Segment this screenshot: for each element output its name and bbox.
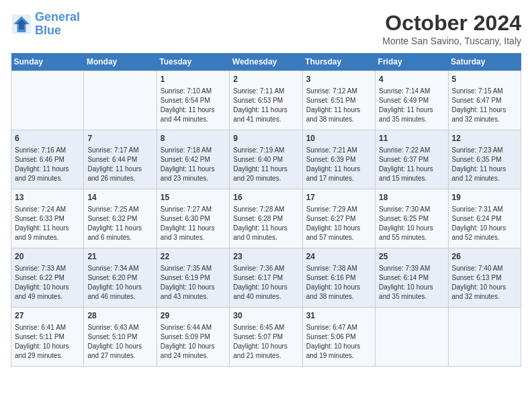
day-number: 22 xyxy=(161,251,226,263)
day-info: Sunrise: 7:15 AMSunset: 6:47 PMDaylight:… xyxy=(452,87,517,124)
day-number: 15 xyxy=(161,192,226,203)
day-number: 11 xyxy=(379,133,444,144)
day-number: 4 xyxy=(379,74,444,85)
day-number: 31 xyxy=(306,310,371,322)
day-info: Sunrise: 7:38 AMSunset: 6:16 PMDaylight:… xyxy=(306,264,371,302)
day-number: 20 xyxy=(15,251,80,263)
calendar-cell: 24Sunrise: 7:38 AMSunset: 6:16 PMDayligh… xyxy=(302,248,375,308)
day-number: 28 xyxy=(87,310,152,322)
day-number: 12 xyxy=(452,133,517,144)
calendar-cell: 22Sunrise: 7:35 AMSunset: 6:19 PMDayligh… xyxy=(157,248,229,308)
day-info: Sunrise: 7:36 AMSunset: 6:17 PMDaylight:… xyxy=(233,264,298,302)
calendar-week-2: 6Sunrise: 7:16 AMSunset: 6:46 PMDaylight… xyxy=(11,130,521,189)
header-wednesday: Wednesday xyxy=(230,53,302,71)
calendar-week-4: 20Sunrise: 7:33 AMSunset: 6:22 PMDayligh… xyxy=(11,248,521,308)
calendar-cell xyxy=(375,308,448,367)
day-number: 9 xyxy=(233,133,298,144)
day-number: 1 xyxy=(161,74,226,85)
day-info: Sunrise: 7:33 AMSunset: 6:22 PMDaylight:… xyxy=(15,264,80,302)
calendar-cell: 26Sunrise: 7:40 AMSunset: 6:13 PMDayligh… xyxy=(448,248,521,308)
day-number: 18 xyxy=(379,192,444,203)
logo-line2: Blue xyxy=(35,24,61,37)
day-info: Sunrise: 7:31 AMSunset: 6:24 PMDaylight:… xyxy=(452,205,517,242)
day-info: Sunrise: 6:41 AMSunset: 5:11 PMDaylight:… xyxy=(15,323,80,361)
day-number: 16 xyxy=(233,192,298,203)
day-info: Sunrise: 7:35 AMSunset: 6:19 PMDaylight:… xyxy=(161,264,226,302)
day-number: 23 xyxy=(233,251,298,263)
calendar-cell: 15Sunrise: 7:27 AMSunset: 6:30 PMDayligh… xyxy=(157,189,229,248)
calendar-header: Sunday Monday Tuesday Wednesday Thursday… xyxy=(11,53,521,71)
day-number: 14 xyxy=(87,192,152,203)
header-friday: Friday xyxy=(375,53,448,71)
day-info: Sunrise: 7:19 AMSunset: 6:40 PMDaylight:… xyxy=(233,146,298,183)
day-info: Sunrise: 7:11 AMSunset: 6:53 PMDaylight:… xyxy=(233,87,298,124)
day-number: 6 xyxy=(15,133,80,144)
day-number: 27 xyxy=(15,310,80,322)
calendar-cell: 18Sunrise: 7:30 AMSunset: 6:25 PMDayligh… xyxy=(375,189,448,248)
day-info: Sunrise: 7:23 AMSunset: 6:35 PMDaylight:… xyxy=(452,146,517,183)
day-number: 8 xyxy=(161,133,226,144)
calendar-cell: 12Sunrise: 7:23 AMSunset: 6:35 PMDayligh… xyxy=(448,130,521,189)
day-info: Sunrise: 7:28 AMSunset: 6:28 PMDaylight:… xyxy=(233,205,298,242)
day-number: 24 xyxy=(306,251,371,263)
day-info: Sunrise: 7:29 AMSunset: 6:27 PMDaylight:… xyxy=(306,205,371,242)
calendar-week-3: 13Sunrise: 7:24 AMSunset: 6:33 PMDayligh… xyxy=(11,189,521,248)
header-row: Sunday Monday Tuesday Wednesday Thursday… xyxy=(11,53,521,71)
calendar-cell: 9Sunrise: 7:19 AMSunset: 6:40 PMDaylight… xyxy=(230,130,302,189)
day-info: Sunrise: 7:24 AMSunset: 6:33 PMDaylight:… xyxy=(15,205,80,242)
calendar-table: Sunday Monday Tuesday Wednesday Thursday… xyxy=(11,53,521,367)
calendar-cell: 14Sunrise: 7:25 AMSunset: 6:32 PMDayligh… xyxy=(84,189,157,248)
calendar-cell: 7Sunrise: 7:17 AMSunset: 6:44 PMDaylight… xyxy=(84,130,157,189)
page-header: General Blue October 2024 Monte San Savi… xyxy=(11,11,521,46)
day-info: Sunrise: 7:39 AMSunset: 6:14 PMDaylight:… xyxy=(379,264,444,302)
day-number: 2 xyxy=(233,74,298,85)
day-number: 5 xyxy=(452,74,517,85)
calendar-cell: 4Sunrise: 7:14 AMSunset: 6:49 PMDaylight… xyxy=(375,71,448,130)
day-info: Sunrise: 7:40 AMSunset: 6:13 PMDaylight:… xyxy=(452,264,517,302)
calendar-cell: 20Sunrise: 7:33 AMSunset: 6:22 PMDayligh… xyxy=(11,248,84,308)
calendar-week-1: 1Sunrise: 7:10 AMSunset: 6:54 PMDaylight… xyxy=(11,71,521,130)
calendar-week-5: 27Sunrise: 6:41 AMSunset: 5:11 PMDayligh… xyxy=(11,308,521,367)
day-number: 7 xyxy=(87,133,152,144)
calendar-cell: 10Sunrise: 7:21 AMSunset: 6:39 PMDayligh… xyxy=(302,130,375,189)
header-tuesday: Tuesday xyxy=(157,53,229,71)
day-info: Sunrise: 7:27 AMSunset: 6:30 PMDaylight:… xyxy=(161,205,226,242)
header-sunday: Sunday xyxy=(11,53,84,71)
day-number: 26 xyxy=(452,251,517,263)
day-number: 25 xyxy=(379,251,444,263)
day-info: Sunrise: 6:43 AMSunset: 5:10 PMDaylight:… xyxy=(87,323,152,361)
calendar-cell: 25Sunrise: 7:39 AMSunset: 6:14 PMDayligh… xyxy=(375,248,448,308)
location: Monte San Savino, Tuscany, Italy xyxy=(382,36,521,46)
day-info: Sunrise: 7:10 AMSunset: 6:54 PMDaylight:… xyxy=(161,87,226,124)
day-info: Sunrise: 7:12 AMSunset: 6:51 PMDaylight:… xyxy=(306,87,371,124)
calendar-cell: 2Sunrise: 7:11 AMSunset: 6:53 PMDaylight… xyxy=(230,71,302,130)
calendar-cell xyxy=(11,71,84,130)
day-info: Sunrise: 7:14 AMSunset: 6:49 PMDaylight:… xyxy=(379,87,444,124)
day-info: Sunrise: 6:44 AMSunset: 5:09 PMDaylight:… xyxy=(161,323,226,361)
day-number: 10 xyxy=(306,133,371,144)
logo-line1: General xyxy=(35,10,80,24)
calendar-cell: 31Sunrise: 6:47 AMSunset: 5:06 PMDayligh… xyxy=(302,308,375,367)
calendar-cell: 6Sunrise: 7:16 AMSunset: 6:46 PMDaylight… xyxy=(11,130,84,189)
day-number: 17 xyxy=(306,192,371,203)
month-title: October 2024 xyxy=(382,11,521,36)
calendar-cell: 27Sunrise: 6:41 AMSunset: 5:11 PMDayligh… xyxy=(11,308,84,367)
calendar-cell: 8Sunrise: 7:18 AMSunset: 6:42 PMDaylight… xyxy=(157,130,229,189)
calendar-cell: 16Sunrise: 7:28 AMSunset: 6:28 PMDayligh… xyxy=(230,189,302,248)
logo-text: General Blue xyxy=(35,11,80,38)
calendar-cell: 13Sunrise: 7:24 AMSunset: 6:33 PMDayligh… xyxy=(11,189,84,248)
day-info: Sunrise: 7:17 AMSunset: 6:44 PMDaylight:… xyxy=(87,146,152,183)
calendar-cell: 28Sunrise: 6:43 AMSunset: 5:10 PMDayligh… xyxy=(84,308,157,367)
day-info: Sunrise: 7:18 AMSunset: 6:42 PMDaylight:… xyxy=(161,146,226,183)
calendar-cell: 23Sunrise: 7:36 AMSunset: 6:17 PMDayligh… xyxy=(230,248,302,308)
day-number: 29 xyxy=(161,310,226,322)
header-monday: Monday xyxy=(84,53,157,71)
calendar-cell: 30Sunrise: 6:45 AMSunset: 5:07 PMDayligh… xyxy=(230,308,302,367)
calendar-cell: 3Sunrise: 7:12 AMSunset: 6:51 PMDaylight… xyxy=(302,71,375,130)
day-number: 3 xyxy=(306,74,371,85)
day-info: Sunrise: 7:22 AMSunset: 6:37 PMDaylight:… xyxy=(379,146,444,183)
logo-icon xyxy=(11,13,32,35)
day-info: Sunrise: 7:34 AMSunset: 6:20 PMDaylight:… xyxy=(87,264,152,302)
calendar-cell: 5Sunrise: 7:15 AMSunset: 6:47 PMDaylight… xyxy=(448,71,521,130)
day-info: Sunrise: 7:16 AMSunset: 6:46 PMDaylight:… xyxy=(15,146,80,183)
